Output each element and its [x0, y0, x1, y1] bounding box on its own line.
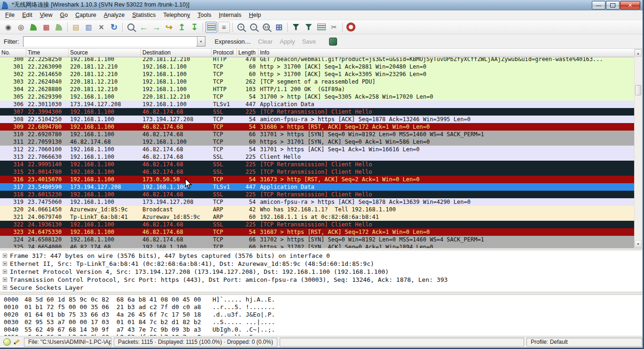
- capture-filter-icon[interactable]: [290, 22, 302, 33]
- packet-row-304[interactable]: 30422.2628880220.181.12.210192.168.1.100…: [0, 85, 634, 93]
- column-header-protocol[interactable]: Protocol: [212, 49, 237, 57]
- packet-row-324[interactable]: 32424.6508120192.168.1.10046.82.174.68TC…: [0, 236, 634, 243]
- column-header-source[interactable]: Source: [69, 49, 141, 57]
- packet-row-306[interactable]: 30622.3011030173.194.127.208192.168.1.10…: [0, 101, 634, 108]
- capture-options-icon[interactable]: ◎: [15, 22, 27, 33]
- filter-addon-icon[interactable]: [329, 38, 337, 46]
- menu-tools[interactable]: Tools: [194, 11, 215, 19]
- menu-help[interactable]: Help: [245, 11, 265, 19]
- splitter-details-hex[interactable]: [0, 292, 644, 295]
- resize-columns-icon[interactable]: ⊞: [273, 22, 285, 33]
- packet-row-303[interactable]: 30322.2624040220.181.12.210192.168.1.100…: [0, 78, 634, 85]
- colorize-icon[interactable]: [205, 22, 217, 33]
- zoom-in-icon[interactable]: +: [235, 22, 247, 33]
- zoom-out-icon[interactable]: −: [248, 22, 259, 33]
- packet-list-scrollbar[interactable]: ▲ ▼: [634, 49, 642, 248]
- detail-line-3[interactable]: Transmission Control Protocol, Src Port:…: [0, 276, 642, 284]
- menu-telephony[interactable]: Telephony: [159, 11, 194, 19]
- scroll-up-icon[interactable]: ▲: [635, 49, 642, 57]
- find-packet-icon[interactable]: [125, 22, 137, 33]
- scroll-down-icon[interactable]: ▼: [635, 240, 642, 248]
- packet-row-307[interactable]: 30722.3994300192.168.1.10046.82.174.68SS…: [0, 108, 634, 116]
- go-bottom-icon[interactable]: ↧: [188, 22, 200, 33]
- capture-start-icon[interactable]: [28, 22, 39, 33]
- packet-row-315[interactable]: 31523.0014780192.168.1.10046.82.174.68SS…: [0, 168, 634, 176]
- go-forward-icon[interactable]: →: [150, 22, 162, 33]
- column-header-length[interactable]: Length: [237, 49, 259, 57]
- expander-plus-icon[interactable]: [3, 270, 7, 274]
- display-filter-icon[interactable]: [303, 22, 314, 33]
- go-back-icon[interactable]: ←: [138, 22, 149, 33]
- menu-go[interactable]: Go: [56, 11, 72, 19]
- hex-row-0010[interactable]: 001001 b1 72 f5 00 00 35 06 21 b3 ad c2 …: [0, 303, 642, 311]
- detail-line-2[interactable]: Internet Protocol Version 4, Src: 173.19…: [0, 268, 642, 276]
- expander-plus-icon[interactable]: [3, 278, 7, 282]
- packet-row-302[interactable]: 30222.2614650220.181.12.210192.168.1.100…: [0, 70, 634, 78]
- column-header-destination[interactable]: Destination: [141, 49, 212, 57]
- packet-row-317[interactable]: 31723.5480590173.194.127.208192.168.1.10…: [0, 183, 634, 191]
- maximize-button[interactable]: [606, 1, 620, 9]
- packet-row-313[interactable]: 31322.7066630192.168.1.10046.82.174.68SS…: [0, 153, 634, 161]
- expander-plus-icon[interactable]: [3, 262, 7, 266]
- detail-line-4[interactable]: Secure Sockets Layer: [0, 284, 642, 292]
- hex-row-0040[interactable]: 004055 62 49 67 68 14 30 9f a7 43 7e 7c …: [0, 326, 642, 333]
- packet-row-300[interactable]: 30022.2258250192.168.1.100220.181.12.210…: [0, 57, 634, 63]
- menu-internals[interactable]: Internals: [215, 11, 245, 19]
- menu-statistics[interactable]: Statistics: [128, 11, 159, 19]
- menu-file[interactable]: File: [1, 11, 18, 19]
- preferences-icon[interactable]: ✂: [328, 22, 340, 33]
- packet-row-318[interactable]: 31823.6015230192.168.1.10046.82.174.68SS…: [0, 191, 634, 198]
- reload-icon[interactable]: ↻: [108, 22, 120, 33]
- packet-row-308[interactable]: 30822.5104250192.168.1.100173.194.127.20…: [0, 116, 634, 123]
- capture-interfaces-icon[interactable]: ◉: [2, 22, 14, 33]
- packet-row-305[interactable]: 30522.2629390192.168.1.100220.181.12.210…: [0, 93, 634, 101]
- packet-row-320[interactable]: 32024.0661450Azurewav_1d:85:9cBroadcastA…: [0, 206, 634, 213]
- packet-row-312[interactable]: 31222.7060100192.168.1.10046.82.174.68TC…: [0, 146, 634, 153]
- close-button[interactable]: ✕: [620, 1, 640, 9]
- minimize-button[interactable]: —: [592, 1, 605, 9]
- close-file-icon[interactable]: ×: [95, 22, 107, 33]
- expander-plus-icon[interactable]: [3, 286, 7, 290]
- autoscroll-icon[interactable]: ≡: [218, 22, 230, 33]
- coloring-rules-icon[interactable]: [315, 22, 327, 33]
- column-header-time[interactable]: Time: [26, 49, 69, 57]
- apply-button[interactable]: Apply: [280, 38, 295, 45]
- status-profile[interactable]: Profile: Default: [526, 338, 642, 347]
- menu-analyze[interactable]: Analyze: [100, 11, 128, 19]
- go-top-icon[interactable]: ↥: [176, 22, 188, 33]
- hex-row-0020[interactable]: 002001 64 01 bb 75 33 66 d3 4a 26 45 6f …: [0, 311, 642, 318]
- scrollbar-thumb[interactable]: [635, 85, 641, 95]
- save-file-icon[interactable]: ▥: [83, 22, 94, 33]
- packet-row-309[interactable]: 30922.6894780192.168.1.10046.82.174.68TC…: [0, 123, 634, 131]
- packet-row-323[interactable]: 32324.6475330192.168.1.10046.82.174.68TC…: [0, 228, 634, 236]
- filter-dropdown-button[interactable]: ▼: [197, 37, 205, 46]
- packet-row-322[interactable]: 32224.1936130192.168.1.10046.82.174.68SS…: [0, 221, 634, 228]
- open-file-icon[interactable]: ▤: [70, 22, 82, 33]
- hex-row-0030[interactable]: 003002 95 53 a7 00 00 17 03 01 01 84 7c …: [0, 318, 642, 326]
- expression-button[interactable]: Expression…: [215, 38, 251, 45]
- help-icon[interactable]: [345, 22, 357, 33]
- save-button[interactable]: Save: [302, 38, 316, 45]
- clear-button[interactable]: Clear: [258, 38, 273, 45]
- packet-row-316[interactable]: 31623.4015070192.168.1.100173.0.50.50TCP…: [0, 176, 634, 183]
- packet-row-325[interactable]: 32524.665408046.82.174.68192.168.1.100TC…: [0, 243, 634, 248]
- packet-row-314[interactable]: 31422.9995140192.168.1.10046.82.174.68SS…: [0, 161, 634, 168]
- menu-capture[interactable]: Capture: [71, 11, 100, 19]
- annotation-pencil-icon[interactable]: [13, 338, 21, 346]
- detail-line-1[interactable]: Ethernet II, Src: Tp-LinkT_6a:b8:41 (0c:…: [0, 260, 642, 268]
- expert-info-icon[interactable]: [3, 338, 11, 346]
- detail-line-0[interactable]: Frame 317: 447 bytes on wire (3576 bits)…: [0, 252, 642, 260]
- packet-row-311[interactable]: 31122.705913046.82.174.68192.168.1.100TC…: [0, 138, 634, 146]
- zoom-100-icon[interactable]: 1:1: [260, 22, 272, 33]
- expander-plus-icon[interactable]: [3, 254, 7, 258]
- packet-row-310[interactable]: 31022.6920780192.168.1.10046.82.174.68TC…: [0, 131, 634, 138]
- column-header-info[interactable]: Info: [259, 49, 634, 57]
- packet-row-301[interactable]: 30122.2263090220.181.12.210192.168.1.100…: [0, 63, 634, 70]
- menu-edit[interactable]: Edit: [18, 11, 36, 19]
- packet-row-319[interactable]: 31923.7475060192.168.1.100173.194.127.20…: [0, 198, 634, 206]
- column-header-no[interactable]: No.: [0, 49, 26, 57]
- hex-row-0000[interactable]: 000048 5d 60 1d 85 9c 0c 82 68 6a b8 41 …: [0, 296, 642, 303]
- packet-row-321[interactable]: 32124.0679740Tp-LinkT_6a:b8:41Azurewav_1…: [0, 213, 634, 221]
- go-to-packet-icon[interactable]: ↪: [163, 22, 175, 33]
- capture-restart-icon[interactable]: [53, 22, 65, 33]
